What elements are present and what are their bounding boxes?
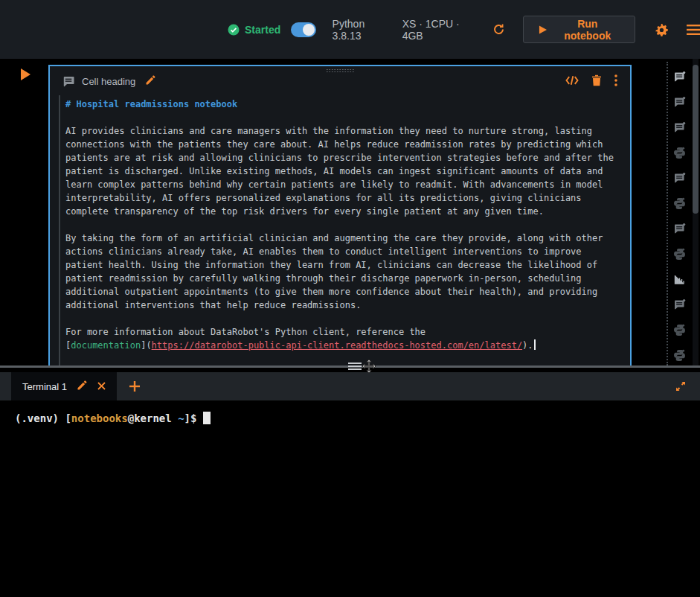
convert-to-code-icon[interactable]	[565, 75, 579, 89]
outline-python-cell-icon[interactable]	[673, 248, 686, 261]
outline-chart-cell-icon[interactable]	[673, 273, 686, 286]
terminal-tabbar: Terminal 1	[0, 372, 700, 400]
notebook-canvas: Cell heading # Hospital readmissions not…	[0, 59, 700, 365]
toggle-knob	[303, 24, 315, 36]
editor-gutter-rule	[59, 95, 60, 365]
play-icon	[539, 25, 548, 35]
outline-comment-cell-icon[interactable]	[673, 71, 686, 83]
markdown-body: # Hospital readmissions notebook AI prov…	[65, 98, 630, 352]
rename-terminal-pencil-icon[interactable]	[77, 380, 88, 394]
terminal-panel: Terminal 1 (.venv) [notebooks@kernel ~]$	[0, 368, 700, 597]
gear-icon[interactable]	[655, 23, 668, 36]
refresh-icon[interactable]	[492, 23, 505, 36]
outline-comment-cell-icon[interactable]	[673, 121, 686, 134]
terminal-splitter[interactable]	[0, 365, 700, 368]
cell-outline-sidebar	[673, 71, 686, 362]
run-notebook-label: Run notebook	[556, 18, 620, 42]
cell-outline-panel	[662, 59, 700, 365]
outline-python-cell-icon[interactable]	[673, 197, 686, 210]
terminal-cursor	[203, 412, 211, 424]
outline-comment-cell-icon[interactable]	[673, 223, 686, 235]
outline-python-cell-icon[interactable]	[673, 349, 686, 362]
run-cell-button[interactable]	[21, 68, 30, 80]
machine-resources-label: XS · 1CPU · 4GB	[402, 18, 478, 42]
kernel-power-toggle[interactable]	[291, 22, 315, 37]
python-version-label: Python 3.8.13	[333, 18, 392, 42]
kernel-status: Started	[228, 24, 280, 36]
notebook-scrollbar[interactable]	[693, 59, 699, 365]
notebook-toolbar: Started Python 3.8.13 XS · 1CPU · 4GB Ru…	[0, 0, 700, 59]
check-circle-icon	[228, 24, 240, 36]
edit-heading-pencil-icon[interactable]	[145, 74, 156, 89]
documentation-link[interactable]: https://datarobot-public-api-client.read…	[152, 340, 523, 351]
add-terminal-plus-icon[interactable]	[129, 381, 140, 392]
hamburger-menu-icon[interactable]	[687, 25, 700, 35]
markdown-cell[interactable]: Cell heading # Hospital readmissions not…	[48, 65, 632, 365]
outline-python-cell-icon[interactable]	[673, 147, 686, 159]
cell-menu-kebab-icon[interactable]	[614, 74, 617, 89]
markdown-editor[interactable]: # Hospital readmissions notebook AI prov…	[50, 94, 630, 352]
cell-actions	[565, 74, 617, 89]
outline-comment-cell-icon[interactable]	[673, 96, 686, 109]
comment-bubble-icon	[62, 76, 75, 87]
terminal-output[interactable]: (.venv) [notebooks@kernel ~]$	[0, 400, 700, 597]
close-terminal-icon[interactable]	[97, 380, 106, 393]
scrollbar-thumb[interactable]	[693, 65, 699, 214]
move-mouse-cursor	[362, 359, 376, 374]
kernel-status-label: Started	[245, 24, 280, 36]
terminal-tab[interactable]: Terminal 1	[11, 372, 117, 400]
run-notebook-button[interactable]: Run notebook	[523, 16, 635, 43]
outline-comment-cell-icon[interactable]	[673, 298, 686, 311]
cell-drag-handle-icon[interactable]	[326, 68, 354, 73]
delete-cell-trash-icon[interactable]	[591, 74, 602, 89]
splitter-grip-icon[interactable]	[348, 361, 362, 371]
cell-heading-label: Cell heading	[82, 76, 135, 87]
expand-terminal-icon[interactable]	[675, 380, 687, 392]
terminal-prompt: (.venv) [notebooks@kernel ~]$	[15, 412, 700, 424]
text-caret	[534, 339, 536, 350]
terminal-tab-label: Terminal 1	[22, 381, 67, 392]
outline-comment-cell-icon[interactable]	[673, 172, 686, 185]
outline-python-cell-icon[interactable]	[673, 324, 686, 336]
panel-resize-divider[interactable]	[667, 62, 668, 365]
